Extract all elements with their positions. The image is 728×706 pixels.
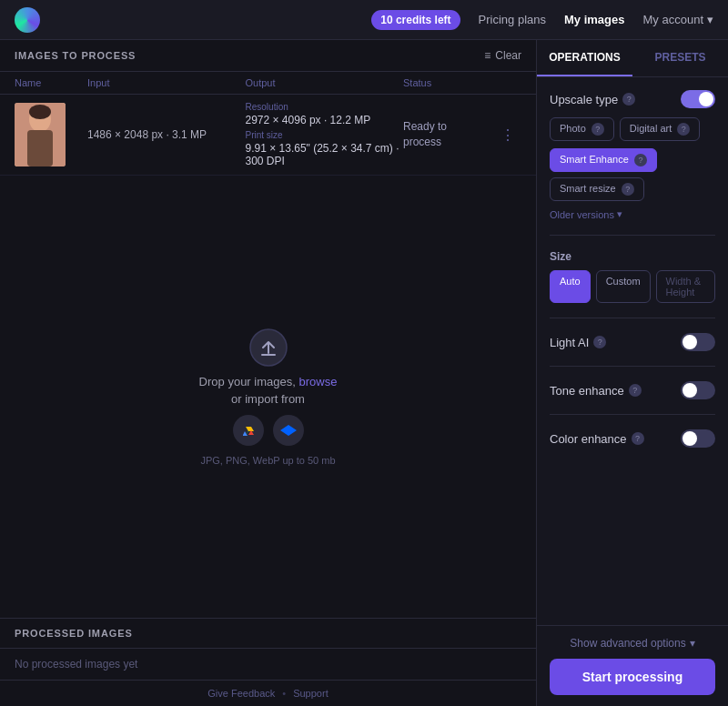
start-processing-button[interactable]: Start processing xyxy=(550,659,715,695)
tone-enhance-info-icon[interactable]: ? xyxy=(629,384,642,397)
divider-1 xyxy=(550,235,715,236)
type-photo[interactable]: Photo ? xyxy=(550,117,614,141)
older-versions-link[interactable]: Older versions ▾ xyxy=(550,208,715,220)
col-status: Status xyxy=(403,77,494,88)
output-value: 2972 × 4096 px · 12.2 MP xyxy=(246,114,404,126)
upscale-type-section: Upscale type ? Photo ? Digital art ? xyxy=(550,90,715,220)
tone-enhance-toggle[interactable] xyxy=(681,381,715,399)
color-enhance-row: Color enhance ? xyxy=(550,429,715,448)
logo xyxy=(15,7,40,33)
drop-text: Drop your images, browse xyxy=(199,375,338,388)
tab-operations[interactable]: OPERATIONS xyxy=(537,40,632,76)
main-layout: IMAGES TO PROCESS ≡ Clear Name Input Out… xyxy=(0,40,728,706)
toggle-knob-light-ai xyxy=(682,335,697,349)
col-input: Input xyxy=(87,77,246,88)
thumbnail-image xyxy=(15,103,66,166)
processed-header: PROCESSED IMAGES xyxy=(0,619,536,649)
processed-title: PROCESSED IMAGES xyxy=(15,628,133,639)
chevron-down-icon: ▾ xyxy=(690,637,695,650)
smart-resize-option[interactable]: Smart resize ? xyxy=(550,177,644,201)
col-actions xyxy=(494,77,521,88)
light-ai-info-icon[interactable]: ? xyxy=(593,336,606,348)
google-drive-button[interactable] xyxy=(233,415,264,446)
images-to-process-header: IMAGES TO PROCESS ≡ Clear xyxy=(0,40,536,72)
clear-label: Clear xyxy=(495,49,521,62)
upscale-info-icon[interactable]: ? xyxy=(622,93,635,106)
toggle-knob xyxy=(699,92,713,106)
svg-rect-2 xyxy=(27,130,53,166)
no-processed-text: No processed images yet xyxy=(0,649,536,680)
type-digital-art[interactable]: Digital art ? xyxy=(620,117,701,141)
size-section: Size Auto Custom Width & Height xyxy=(550,250,715,303)
divider-4 xyxy=(550,414,715,415)
divider-2 xyxy=(550,318,715,318)
header-nav: 10 credits left Pricing plans My images … xyxy=(371,10,713,30)
nav-account[interactable]: My account ▾ xyxy=(643,13,713,26)
color-enhance-info-icon[interactable]: ? xyxy=(632,432,644,445)
size-auto[interactable]: Auto xyxy=(550,270,591,303)
footer-separator: • xyxy=(282,688,286,699)
clear-button[interactable]: ≡ Clear xyxy=(484,49,521,62)
dropbox-icon xyxy=(280,422,297,439)
toggle-knob-tone xyxy=(682,383,697,398)
support-link[interactable]: Support xyxy=(293,688,329,699)
col-output: Output xyxy=(246,77,404,88)
table-row: 1486 × 2048 px · 3.1 MP Resolution 2972 … xyxy=(0,95,536,176)
left-panel: IMAGES TO PROCESS ≡ Clear Name Input Out… xyxy=(0,40,537,706)
image-thumbnail xyxy=(15,103,66,166)
dropbox-button[interactable] xyxy=(273,415,304,446)
logo-icon xyxy=(15,7,40,33)
input-info: 1486 × 2048 px · 3.1 MP xyxy=(87,128,246,141)
import-icons xyxy=(233,415,304,446)
print-value: 9.91 × 13.65" (25.2 × 34.7 cm) · 300 DPI xyxy=(246,142,404,167)
import-text: or import from xyxy=(231,392,305,406)
nav-account-label: My account xyxy=(643,13,703,26)
toggle-knob-color xyxy=(682,431,697,446)
size-label: Size xyxy=(550,250,715,263)
upload-icon xyxy=(248,328,288,368)
smart-enhance-option[interactable]: Smart Enhance ? xyxy=(550,148,657,172)
give-feedback-link[interactable]: Give Feedback xyxy=(207,688,275,699)
nav-images[interactable]: My images xyxy=(564,13,624,26)
upscale-toggle-row: Upscale type ? xyxy=(550,90,715,108)
row-menu-button[interactable]: ⋮ xyxy=(494,126,521,144)
type-options: Photo ? Digital art ? xyxy=(550,117,715,141)
digital-art-info-icon[interactable]: ? xyxy=(677,123,690,136)
chevron-down-icon: ▾ xyxy=(707,13,713,26)
photo-info-icon[interactable]: ? xyxy=(592,123,604,136)
size-custom[interactable]: Custom xyxy=(596,270,651,303)
file-types: JPG, PNG, WebP up to 50 mb xyxy=(200,455,335,466)
clear-icon: ≡ xyxy=(484,49,490,62)
output-info: Resolution 2972 × 4096 px · 12.2 MP Prin… xyxy=(246,102,404,167)
chevron-down-icon: ▾ xyxy=(617,208,622,220)
size-width-height: Width & Height xyxy=(656,270,715,303)
tone-enhance-label: Tone enhance ? xyxy=(550,384,642,398)
smart-enhance-info-icon[interactable]: ? xyxy=(634,154,647,166)
light-ai-toggle[interactable] xyxy=(681,333,715,351)
operations-content: Upscale type ? Photo ? Digital art ? xyxy=(537,77,728,625)
advanced-options-link[interactable]: Show advanced options ▾ xyxy=(550,637,715,650)
smart-resize-info-icon[interactable]: ? xyxy=(622,183,634,196)
color-enhance-label: Color enhance ? xyxy=(550,432,644,446)
header: 10 credits left Pricing plans My images … xyxy=(0,0,728,40)
output-label: Resolution xyxy=(246,102,404,112)
browse-link[interactable]: browse xyxy=(298,375,337,388)
column-headers: Name Input Output Status xyxy=(0,72,536,95)
color-enhance-toggle[interactable] xyxy=(681,429,715,448)
status-badge: Ready to process xyxy=(403,119,494,150)
google-drive-icon xyxy=(240,422,257,439)
divider-3 xyxy=(550,366,715,367)
drop-zone[interactable]: Drop your images, browse or import from xyxy=(0,176,536,618)
tone-enhance-row: Tone enhance ? xyxy=(550,381,715,399)
size-options: Auto Custom Width & Height xyxy=(550,270,715,303)
tab-presets[interactable]: PRESETS xyxy=(632,40,728,76)
light-ai-row: Light AI ? xyxy=(550,333,715,351)
upscale-toggle[interactable] xyxy=(681,90,715,108)
svg-point-3 xyxy=(29,105,51,119)
nav-pricing[interactable]: Pricing plans xyxy=(479,13,546,26)
print-label: Print size xyxy=(246,130,404,140)
processed-section: PROCESSED IMAGES No processed images yet xyxy=(0,618,536,680)
credits-badge: 10 credits left xyxy=(371,10,460,30)
upscale-label: Upscale type ? xyxy=(550,93,635,106)
page-footer: Give Feedback • Support xyxy=(0,680,536,706)
